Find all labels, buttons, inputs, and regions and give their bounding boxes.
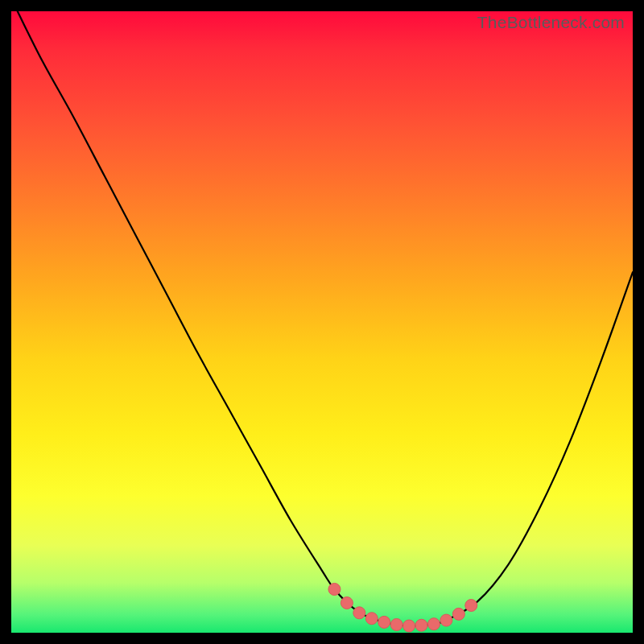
- chart-frame: TheBottleneck.com: [0, 0, 644, 644]
- highlight-marker: [403, 620, 415, 632]
- highlight-marker: [365, 613, 378, 625]
- bottleneck-curve: [18, 11, 633, 626]
- chart-svg: [11, 11, 633, 633]
- highlight-marker: [328, 583, 341, 595]
- highlight-marker: [390, 618, 402, 630]
- optimal-range-markers: [328, 583, 477, 632]
- highlight-marker: [341, 597, 353, 609]
- highlight-marker: [465, 600, 477, 612]
- highlight-marker: [440, 614, 452, 626]
- chart-plot-area: TheBottleneck.com: [11, 11, 633, 633]
- highlight-marker: [415, 619, 427, 631]
- highlight-marker: [427, 618, 440, 630]
- highlight-marker: [353, 607, 365, 619]
- highlight-marker: [378, 616, 390, 628]
- highlight-marker: [452, 608, 464, 620]
